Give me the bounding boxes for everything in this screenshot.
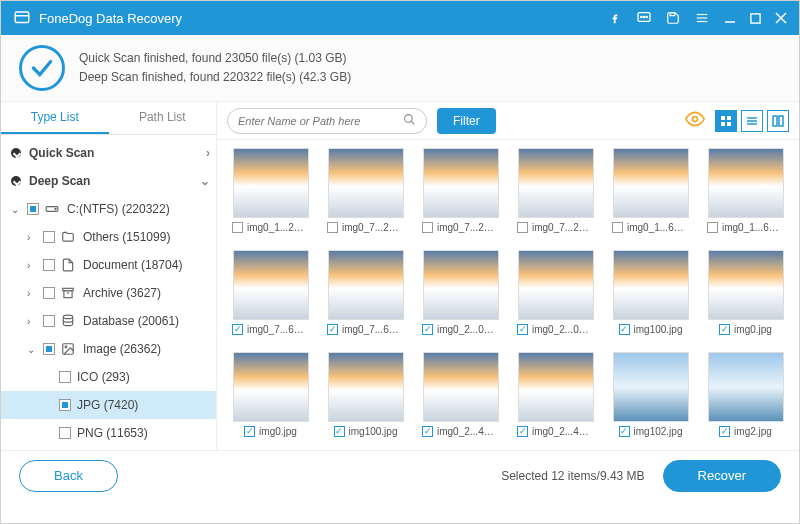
- thumbnail[interactable]: [233, 148, 309, 218]
- checkbox-icon[interactable]: [59, 371, 71, 383]
- thumbnail[interactable]: [233, 352, 309, 422]
- tab-type-list[interactable]: Type List: [1, 102, 109, 134]
- checkbox-icon[interactable]: [43, 343, 55, 355]
- thumbnail[interactable]: [233, 250, 309, 320]
- svg-rect-26: [721, 122, 725, 126]
- checkbox-icon[interactable]: [27, 203, 39, 215]
- file-checkbox[interactable]: [619, 426, 630, 437]
- close-icon[interactable]: [775, 12, 787, 24]
- file-checkbox[interactable]: [619, 324, 630, 335]
- minimize-icon[interactable]: [724, 12, 736, 24]
- file-tile[interactable]: img0_1...60.jpg: [702, 148, 789, 244]
- thumbnail[interactable]: [423, 148, 499, 218]
- thumbnail[interactable]: [518, 148, 594, 218]
- file-checkbox[interactable]: [244, 426, 255, 437]
- thumbnail[interactable]: [613, 352, 689, 422]
- tree-document[interactable]: › Document (18704): [1, 251, 216, 279]
- checkbox-icon[interactable]: [43, 315, 55, 327]
- file-checkbox[interactable]: [517, 324, 528, 335]
- thumbnail[interactable]: [328, 148, 404, 218]
- thumbnail[interactable]: [328, 352, 404, 422]
- file-tile[interactable]: img0_7...66.jpg: [322, 250, 409, 346]
- thumbnail[interactable]: [518, 352, 594, 422]
- file-tile[interactable]: img0_7...24.jpg: [322, 148, 409, 244]
- search-input[interactable]: [238, 115, 403, 127]
- file-checkbox[interactable]: [422, 324, 433, 335]
- checkbox-icon[interactable]: [59, 427, 71, 439]
- search-box[interactable]: [227, 108, 427, 134]
- file-tile[interactable]: img0.jpg: [227, 352, 314, 448]
- file-tile[interactable]: img0_1...60.jpg: [607, 148, 694, 244]
- tree-archive[interactable]: › Archive (3627): [1, 279, 216, 307]
- thumbnail[interactable]: [708, 148, 784, 218]
- file-tile[interactable]: img2.jpg: [702, 352, 789, 448]
- thumbnail[interactable]: [518, 250, 594, 320]
- file-tile[interactable]: img0_1...20.jpg: [227, 148, 314, 244]
- tree-others[interactable]: › Others (151099): [1, 223, 216, 251]
- tree-ico[interactable]: ICO (293): [1, 363, 216, 391]
- thumbnail[interactable]: [613, 250, 689, 320]
- tree-jpg[interactable]: JPG (7420): [1, 391, 216, 419]
- thumbnail[interactable]: [423, 352, 499, 422]
- file-tile[interactable]: img0_2...00.jpg: [417, 250, 504, 346]
- checkbox-icon[interactable]: [43, 259, 55, 271]
- thumbnail[interactable]: [708, 250, 784, 320]
- file-tile[interactable]: img100.jpg: [322, 352, 409, 448]
- recover-button[interactable]: Recover: [663, 460, 781, 492]
- file-tile[interactable]: img0_7...66.jpg: [227, 250, 314, 346]
- facebook-icon[interactable]: [608, 11, 622, 25]
- tree-image[interactable]: ⌄ Image (26362): [1, 335, 216, 363]
- checkbox-icon[interactable]: [43, 287, 55, 299]
- file-tile[interactable]: img0.jpg: [702, 250, 789, 346]
- file-tile[interactable]: img102.jpg: [607, 352, 694, 448]
- file-checkbox[interactable]: [719, 426, 730, 437]
- view-list-button[interactable]: [741, 110, 763, 132]
- file-checkbox[interactable]: [422, 426, 433, 437]
- file-name: img0_1...60.jpg: [627, 222, 689, 233]
- thumbnail[interactable]: [613, 148, 689, 218]
- tree-database[interactable]: › Database (20061): [1, 307, 216, 335]
- file-tile[interactable]: img100.jpg: [607, 250, 694, 346]
- file-checkbox[interactable]: [327, 324, 338, 335]
- feedback-icon[interactable]: [636, 10, 652, 26]
- preview-icon[interactable]: [685, 109, 705, 132]
- menu-icon[interactable]: [694, 11, 710, 25]
- file-tile[interactable]: img0_2...40.jpg: [512, 352, 599, 448]
- checkbox-icon[interactable]: [59, 399, 71, 411]
- tree-png[interactable]: PNG (11653): [1, 419, 216, 447]
- tab-path-list[interactable]: Path List: [109, 102, 217, 134]
- back-button[interactable]: Back: [19, 460, 118, 492]
- file-checkbox[interactable]: [517, 426, 528, 437]
- titlebar: FoneDog Data Recovery: [1, 1, 799, 35]
- file-checkbox[interactable]: [707, 222, 718, 233]
- file-tile[interactable]: img0_7...24.jpg: [417, 148, 504, 244]
- thumbnail[interactable]: [328, 250, 404, 320]
- file-checkbox[interactable]: [232, 324, 243, 335]
- file-name: img0_7...24.jpg: [342, 222, 404, 233]
- tree-drive-c[interactable]: ⌄ C:(NTFS) (220322): [1, 195, 216, 223]
- file-checkbox[interactable]: [612, 222, 623, 233]
- view-grid-button[interactable]: [715, 110, 737, 132]
- search-icon[interactable]: [403, 113, 416, 129]
- file-checkbox[interactable]: [719, 324, 730, 335]
- tree-quick-scan[interactable]: Quick Scan ›: [1, 139, 216, 167]
- thumbnail[interactable]: [423, 250, 499, 320]
- tree-deep-scan[interactable]: Deep Scan ⌄: [1, 167, 216, 195]
- filter-button[interactable]: Filter: [437, 108, 496, 134]
- save-icon[interactable]: [666, 11, 680, 25]
- file-tile[interactable]: img0_2...00.jpg: [512, 250, 599, 346]
- svg-line-22: [411, 121, 414, 124]
- document-icon: [61, 258, 77, 272]
- file-checkbox[interactable]: [327, 222, 338, 233]
- file-checkbox[interactable]: [232, 222, 243, 233]
- maximize-icon[interactable]: [750, 13, 761, 24]
- file-checkbox[interactable]: [422, 222, 433, 233]
- svg-rect-32: [779, 116, 783, 126]
- file-checkbox[interactable]: [334, 426, 345, 437]
- file-tile[interactable]: img0_7...24.jpg: [512, 148, 599, 244]
- file-tile[interactable]: img0_2...40.jpg: [417, 352, 504, 448]
- thumbnail[interactable]: [708, 352, 784, 422]
- checkbox-icon[interactable]: [43, 231, 55, 243]
- file-checkbox[interactable]: [517, 222, 528, 233]
- view-detail-button[interactable]: [767, 110, 789, 132]
